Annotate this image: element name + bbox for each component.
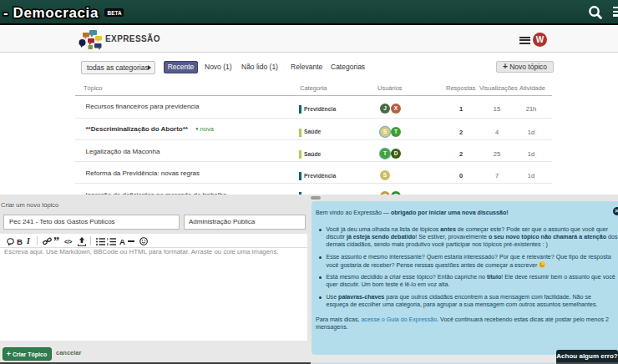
svg-text:BETA: BETA (108, 10, 123, 16)
svg-text:1: 1 (107, 238, 109, 241)
svg-text:2: 2 (107, 242, 109, 245)
svg-text:- Democracia: - Democracia (3, 5, 99, 21)
